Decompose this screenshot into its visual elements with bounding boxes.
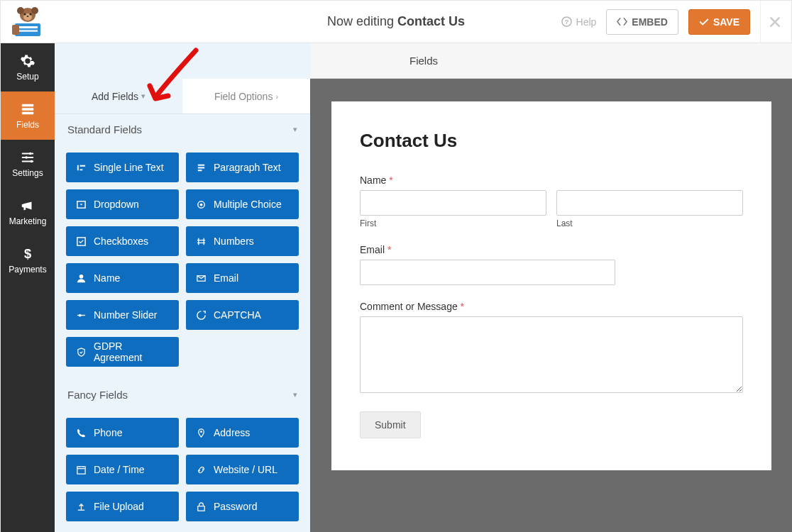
add-fields-panel: Add Fields▾ Field Options› Standard Fiel… <box>55 43 310 532</box>
svg-point-27 <box>200 431 202 433</box>
field-name[interactable]: Name <box>66 263 179 293</box>
label-email: Email * <box>360 244 743 255</box>
field-website-url[interactable]: Website / URL <box>186 455 299 484</box>
field-numbers[interactable]: Numbers <box>186 226 299 256</box>
svg-point-4 <box>23 13 26 15</box>
svg-text:$: $ <box>24 246 31 261</box>
section-fancy-fields[interactable]: Fancy Fields ▾ <box>55 379 310 409</box>
field-dropdown[interactable]: Dropdown <box>66 189 179 219</box>
form-title: Contact Us <box>360 130 743 152</box>
field-single-line-text[interactable]: Single Line Text <box>66 153 179 182</box>
title-prefix: Now editing <box>327 14 397 28</box>
svg-rect-8 <box>18 26 38 28</box>
help-link[interactable]: ? Help <box>561 16 597 28</box>
chevron-down-icon: ▾ <box>141 92 145 101</box>
label-message: Comment or Message * <box>360 301 743 312</box>
rail-label: Fields <box>16 120 39 130</box>
field-checkboxes[interactable]: Checkboxes <box>66 226 179 256</box>
field-email[interactable]: Email <box>186 263 299 293</box>
svg-rect-13 <box>22 104 34 107</box>
field-gdpr-agreement[interactable]: GDPR Agreement <box>66 337 179 367</box>
sublabel-first: First <box>360 218 546 228</box>
tab-add-fields[interactable]: Add Fields▾ <box>55 79 182 113</box>
chevron-down-icon: ▾ <box>293 390 297 399</box>
fancy-fields-grid: Phone Address Date / Time Website / URL … <box>55 409 310 532</box>
field-block-message[interactable]: Comment or Message * <box>360 301 743 396</box>
sliders-icon <box>20 150 35 165</box>
svg-rect-10 <box>12 25 19 35</box>
field-address[interactable]: Address <box>186 418 299 448</box>
rail-item-settings[interactable]: Settings <box>1 140 55 188</box>
tab-label: Add Fields <box>92 91 138 102</box>
gear-icon <box>20 53 35 69</box>
sublabel-last: Last <box>556 218 743 228</box>
embed-button[interactable]: EMBED <box>606 9 678 35</box>
field-block-email[interactable]: Email * <box>360 244 743 285</box>
rail-item-setup[interactable]: Setup <box>1 43 55 92</box>
left-rail: Setup Fields Settings Marketing $ Paymen… <box>1 43 55 532</box>
svg-point-18 <box>31 160 33 163</box>
dollar-icon: $ <box>20 246 35 262</box>
section-standard-fields[interactable]: Standard Fields ▾ <box>55 114 310 144</box>
svg-rect-29 <box>198 506 204 511</box>
standard-fields-grid: Single Line Text Paragraph Text Dropdown… <box>55 144 310 379</box>
rail-label: Settings <box>12 168 43 178</box>
svg-point-24 <box>79 274 84 278</box>
field-block-name[interactable]: Name * First Last <box>360 174 743 228</box>
tab-label: Field Options <box>214 91 273 102</box>
svg-point-16 <box>29 153 32 155</box>
rail-item-fields[interactable]: Fields <box>1 92 55 140</box>
tab-field-options[interactable]: Field Options› <box>182 79 310 113</box>
help-label: Help <box>576 16 597 28</box>
svg-point-2 <box>31 7 38 14</box>
field-paragraph-text[interactable]: Paragraph Text <box>186 153 299 182</box>
svg-point-22 <box>200 203 203 206</box>
svg-point-5 <box>29 13 31 15</box>
title-form-name: Contact Us <box>397 14 465 28</box>
field-password[interactable]: Password <box>186 492 299 521</box>
field-multiple-choice[interactable]: Multiple Choice <box>186 189 299 219</box>
close-button[interactable] <box>760 1 788 43</box>
svg-rect-28 <box>77 466 85 473</box>
list-icon <box>20 101 35 117</box>
chevron-right-icon: › <box>275 92 278 101</box>
svg-text:?: ? <box>564 18 568 26</box>
input-email[interactable] <box>360 260 615 285</box>
svg-point-17 <box>25 156 28 159</box>
input-last-name[interactable] <box>556 190 743 216</box>
svg-point-26 <box>79 314 82 316</box>
field-captcha[interactable]: CAPTCHA <box>186 300 299 330</box>
rail-label: Marketing <box>9 216 47 226</box>
top-bar: Now editing Contact Us ? Help EMBED SAVE <box>1 1 791 43</box>
embed-label: EMBED <box>632 16 668 28</box>
rail-item-payments[interactable]: $ Payments <box>1 236 55 284</box>
field-number-slider[interactable]: Number Slider <box>66 300 179 330</box>
submit-button[interactable]: Submit <box>360 411 421 438</box>
preview-area: Contact Us Name * First Last Email * <box>310 79 792 532</box>
field-phone[interactable]: Phone <box>66 418 179 448</box>
chevron-down-icon: ▾ <box>293 125 297 134</box>
rail-label: Setup <box>16 72 38 82</box>
rail-label: Payments <box>9 265 46 275</box>
save-label: SAVE <box>713 16 739 28</box>
svg-rect-14 <box>22 108 34 111</box>
svg-rect-9 <box>18 30 38 32</box>
svg-rect-15 <box>22 112 34 115</box>
field-date-time[interactable]: Date / Time <box>66 455 179 484</box>
app-logo <box>1 1 55 43</box>
save-button[interactable]: SAVE <box>688 9 750 35</box>
megaphone-icon <box>20 198 35 214</box>
label-name: Name * <box>360 174 743 186</box>
form-canvas[interactable]: Contact Us Name * First Last Email * <box>331 101 771 470</box>
page-title: Now editing Contact Us <box>327 14 465 29</box>
svg-point-6 <box>27 16 29 17</box>
svg-point-1 <box>17 7 24 14</box>
field-file-upload[interactable]: File Upload <box>66 492 179 521</box>
rail-item-marketing[interactable]: Marketing <box>1 188 55 236</box>
textarea-message[interactable] <box>360 316 743 393</box>
input-first-name[interactable] <box>360 190 546 216</box>
